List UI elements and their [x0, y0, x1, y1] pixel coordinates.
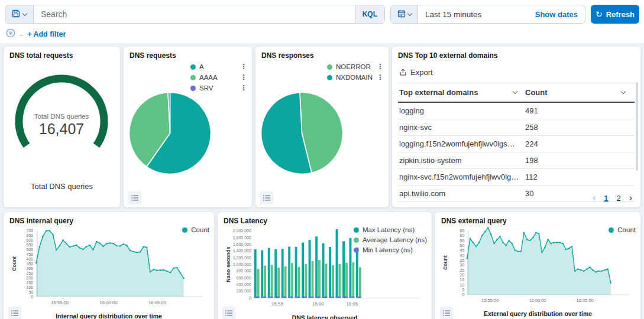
legend-item[interactable]: A⋮ [190, 63, 247, 70]
search-bar: KQL [5, 5, 385, 24]
svg-text:30: 30 [460, 263, 465, 267]
legend-toggle-button[interactable] [8, 307, 21, 319]
overflow-menu-icon[interactable]: ⋮ [240, 74, 247, 81]
legend-item[interactable]: Count [182, 226, 209, 233]
legend-toggle-button[interactable] [260, 191, 273, 204]
svg-text:600: 600 [26, 238, 33, 243]
svg-text:Total DNS queries: Total DNS queries [34, 113, 89, 120]
legend-label: Min Latency (ns) [363, 246, 413, 253]
legend-item[interactable]: NOERROR⋮ [327, 63, 384, 70]
column-header-count[interactable]: Count [525, 88, 633, 97]
area-chart[interactable]: 0501001502002503003504004505005506006507… [9, 226, 208, 313]
column-header-domains[interactable]: Top external domains [399, 88, 525, 97]
time-range-value[interactable]: Last 15 minutes [418, 5, 528, 23]
legend-item[interactable]: Min Latency (ns) [354, 246, 427, 253]
domain-cell: logging.f15n2womfujehfjlwv0lgs3nog.... [399, 139, 525, 148]
panel-dns-responses: DNS responses NOERROR⋮NXDOMAIN⋮ [255, 47, 389, 207]
legend: Count [609, 226, 636, 233]
table-body: logging491nginx-svc258logging.f15n2womfu… [398, 103, 635, 207]
x-axis-title: External query distribution over time [441, 310, 635, 317]
domain-cell: logging [399, 106, 525, 115]
x-axis-title: DNS latency observed [224, 314, 426, 319]
table-row[interactable]: nginx-svc.f15n2womfujehfjlwv0lgs3no...11… [398, 169, 635, 185]
legend-toggle-button[interactable] [440, 307, 453, 319]
export-icon [399, 69, 407, 76]
search-input[interactable] [34, 5, 355, 23]
panel-title: DNS internal query [9, 217, 208, 225]
svg-text:1,000,000: 1,000,000 [233, 262, 251, 266]
svg-text:1,800,000: 1,800,000 [233, 236, 251, 240]
overflow-menu-icon[interactable]: ⋮ [377, 63, 384, 70]
svg-text:800,000: 800,000 [237, 269, 251, 273]
table-row[interactable]: nginx-svc258 [398, 119, 635, 136]
overflow-menu-icon[interactable]: ⋮ [240, 84, 247, 92]
panel-title: DNS external query [441, 217, 635, 225]
svg-text:1,600,000: 1,600,000 [233, 242, 251, 246]
svg-text:16,407: 16,407 [39, 121, 84, 137]
svg-text:16:00: 16:00 [312, 301, 324, 307]
add-filter-link[interactable]: + Add filter [27, 30, 66, 38]
refresh-button[interactable]: ↻ Refresh [591, 5, 639, 24]
legend-item[interactable]: AAAA⋮ [190, 74, 247, 81]
svg-text:20: 20 [460, 273, 465, 277]
svg-text:16:05: 16:05 [347, 301, 358, 307]
svg-text:15:55: 15:55 [271, 301, 283, 307]
svg-text:16:05:00: 16:05:00 [148, 300, 166, 305]
legend-toggle-button[interactable] [222, 307, 235, 319]
table-row[interactable]: zipkin.istio-system198 [398, 152, 635, 169]
table-row[interactable]: logging491 [398, 103, 635, 119]
overflow-menu-icon[interactable]: ⋮ [377, 74, 384, 81]
svg-text:650: 650 [26, 233, 33, 238]
calendar-icon [397, 9, 406, 19]
color-dot-icon [190, 75, 196, 80]
svg-text:300: 300 [26, 266, 33, 271]
count-cell: 258 [525, 123, 633, 132]
saved-query-menu-button[interactable] [5, 5, 34, 23]
export-button[interactable]: Export [399, 68, 635, 77]
svg-text:45: 45 [460, 248, 465, 252]
color-dot-icon [354, 227, 359, 233]
svg-text:10: 10 [460, 283, 465, 287]
list-icon [131, 194, 138, 201]
color-dot-icon [354, 248, 359, 253]
legend-item[interactable]: Average Latency (ns) [354, 236, 427, 243]
pie-chart[interactable] [259, 90, 345, 176]
svg-text:0: 0 [249, 296, 251, 300]
legend-toggle-button[interactable] [128, 191, 141, 204]
show-dates-link[interactable]: Show dates [528, 5, 585, 23]
next-page-icon[interactable]: › [629, 193, 632, 203]
panel-dns-requests: DNS requests A⋮AAAA⋮SRV⋮ [124, 47, 252, 207]
svg-text:65: 65 [460, 229, 465, 233]
filter-bar: – + Add filter [0, 24, 644, 43]
svg-text:200,000: 200,000 [237, 289, 251, 293]
domain-cell: nginx-svc [399, 123, 525, 132]
legend-label: AAAA [199, 74, 218, 81]
page-2-button[interactable]: 2 [616, 194, 620, 203]
legend-label: A [199, 63, 204, 70]
svg-text:55: 55 [460, 239, 465, 243]
kql-language-button[interactable]: KQL [355, 5, 384, 23]
legend-label: Count [617, 226, 636, 233]
list-icon [11, 310, 18, 317]
svg-text:16:00:00: 16:00:00 [100, 300, 118, 305]
scrollbar[interactable] [636, 82, 638, 171]
legend-item[interactable]: NXDOMAIN⋮ [327, 74, 384, 81]
table-row[interactable]: checkoutservice12 [398, 202, 635, 207]
domain-cell: api.twilio.com [399, 189, 525, 198]
color-dot-icon [182, 227, 187, 233]
previous-page-icon[interactable]: ‹ [593, 193, 596, 203]
page-1-button[interactable]: 1 [604, 194, 608, 203]
area-chart[interactable]: 05101520253035404550556065Count15:55:001… [441, 226, 635, 310]
legend-item[interactable]: Count [609, 226, 636, 233]
legend-item[interactable]: Max Latency (ns) [354, 226, 427, 233]
calendar-menu-button[interactable] [391, 5, 418, 23]
pie-chart[interactable] [127, 90, 213, 176]
panel-title: DNS total requests [9, 51, 114, 60]
overflow-menu-icon[interactable]: ⋮ [240, 63, 247, 70]
svg-text:700: 700 [26, 229, 33, 233]
color-dot-icon [354, 237, 359, 243]
filter-icon[interactable] [6, 28, 15, 40]
x-axis-title: Internal query distribution over time [9, 313, 208, 319]
svg-text:1,200,000: 1,200,000 [233, 256, 251, 260]
table-row[interactable]: logging.f15n2womfujehfjlwv0lgs3nog....22… [398, 136, 635, 152]
